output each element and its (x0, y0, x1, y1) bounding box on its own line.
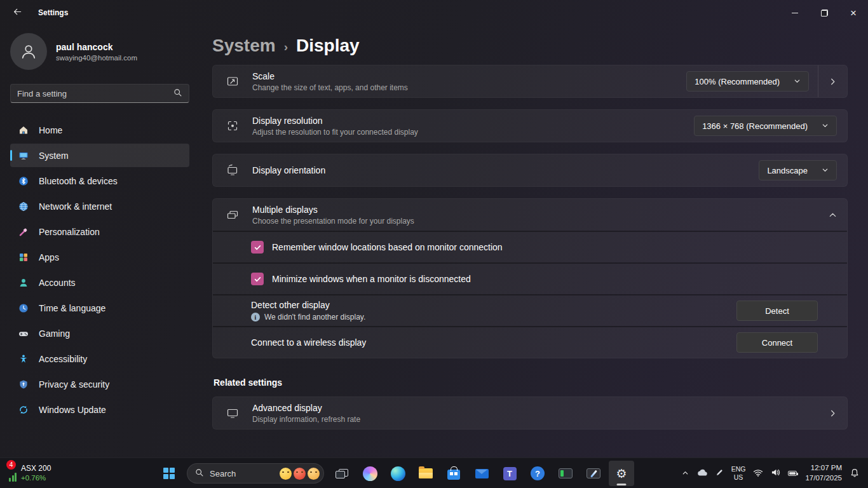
sidebar-item-label: Windows Update (39, 405, 106, 415)
brush-icon (18, 226, 29, 237)
search-label: Search (210, 469, 274, 478)
sidebar-item-system[interactable]: System (10, 144, 189, 167)
onedrive-tray-button[interactable] (693, 461, 712, 486)
advanced-display-row[interactable]: Advanced display Display information, re… (212, 396, 848, 430)
minimize-windows-row[interactable]: Minimize windows when a monitor is disco… (213, 262, 847, 294)
copilot-button[interactable] (357, 461, 383, 486)
home-icon (18, 125, 29, 135)
sidebar-item-personalization[interactable]: Personalization (10, 220, 189, 243)
chevron-down-icon (822, 121, 829, 131)
multiple-displays-card: Multiple displays Choose the presentatio… (212, 198, 848, 358)
sidebar-item-accounts[interactable]: Accounts (10, 271, 189, 294)
taskbar-search-box[interactable]: Search (187, 463, 324, 484)
settings-taskbar-button[interactable]: ⚙ (609, 461, 634, 486)
file-explorer-icon (419, 468, 433, 478)
restore-button[interactable] (810, 0, 839, 25)
search-icon (173, 88, 182, 99)
start-button[interactable] (156, 461, 182, 486)
phone-link-icon (559, 468, 573, 478)
connect-button[interactable]: Connect (736, 332, 818, 353)
sidebar-item-windows-update[interactable]: Windows Update (10, 398, 189, 421)
person-icon (18, 277, 29, 288)
back-button[interactable] (5, 3, 29, 23)
sidebar-item-time-language[interactable]: Time & language (10, 296, 189, 320)
gamepad-icon (18, 328, 29, 339)
close-button[interactable]: × (839, 0, 868, 25)
related-settings-heading: Related settings (214, 377, 848, 388)
minimize-button[interactable] (780, 0, 810, 25)
remember-window-locations-label: Remember window locations based on monit… (272, 242, 503, 252)
pen-app-button[interactable] (581, 461, 606, 486)
sidebar-item-accessibility[interactable]: Accessibility (10, 347, 189, 370)
resolution-dropdown[interactable]: 868 × 488 (Recommended) (694, 116, 837, 136)
emoji-icon (308, 468, 320, 480)
chevron-up-icon[interactable] (818, 211, 847, 219)
language-line1: ENG (731, 465, 746, 473)
wifi-button[interactable] (749, 461, 767, 486)
taskbar: 4 ASX 200 +0.76% Search (0, 458, 868, 488)
remember-window-locations-checkbox[interactable] (251, 241, 264, 254)
hidden-icons-button[interactable] (678, 461, 693, 486)
sidebar-item-apps[interactable]: Apps (10, 245, 189, 269)
volume-button[interactable] (767, 461, 784, 486)
sidebar-item-gaming[interactable]: Gaming (10, 322, 189, 345)
system-tray: ENG US 12:07 PM 17/07/2025 (678, 458, 863, 488)
sidebar-item-label: Home (39, 125, 62, 135)
store-icon (447, 470, 460, 480)
globe-icon (18, 201, 29, 212)
cloud-icon (696, 469, 708, 478)
clock-button[interactable]: 12:07 PM 17/07/2025 (801, 461, 846, 486)
scale-dropdown[interactable]: 100% (Recommended) (686, 71, 809, 92)
screen: Settings × paul hancock swaying40@hotmai… (0, 0, 868, 488)
sidebar-item-network-internet[interactable]: Network & internet (10, 194, 189, 218)
back-arrow-icon (13, 7, 22, 18)
battery-button[interactable] (784, 461, 801, 486)
teams-icon: T (503, 467, 517, 480)
widget-stock-label: ASX 200 (21, 464, 51, 473)
sidebar-item-privacy-security[interactable]: Privacy & security (10, 372, 189, 396)
sidebar-item-bluetooth-devices[interactable]: Bluetooth & devices (10, 169, 189, 193)
outlook-icon (475, 469, 489, 478)
minimize-windows-checkbox[interactable] (251, 273, 264, 285)
outlook-button[interactable] (469, 461, 494, 486)
get-help-button[interactable]: ? (525, 461, 550, 486)
update-arrows-icon (18, 404, 29, 415)
scale-row[interactable]: Scale Change the size of text, apps, and… (212, 65, 848, 98)
apps-grid-icon (18, 252, 29, 262)
sidebar-item-home[interactable]: Home (10, 118, 189, 142)
notification-center-button[interactable] (846, 461, 863, 486)
sidebar-item-label: System (39, 151, 69, 161)
detect-other-display-title: Detect other display (251, 300, 365, 310)
task-view-button[interactable] (329, 461, 355, 486)
advanced-display-subtitle: Display information, refresh rate (252, 415, 818, 424)
multiple-displays-expander[interactable]: Multiple displays Choose the presentatio… (213, 199, 847, 231)
sidebar-item-label: Network & internet (39, 201, 112, 212)
chevron-right-icon[interactable] (818, 78, 847, 86)
advanced-display-title: Advanced display (252, 403, 818, 413)
widget-notification-badge: 4 (6, 460, 16, 470)
resolution-dropdown-value: 868 × 488 (Recommended) (702, 121, 808, 131)
settings-search-input[interactable] (17, 89, 173, 98)
breadcrumb: System › Display (212, 36, 848, 56)
file-explorer-button[interactable] (413, 461, 438, 486)
detect-other-display-row: Detect other display i We didn't find an… (213, 294, 847, 326)
teams-button[interactable]: T (497, 461, 522, 486)
display-resolution-row: Display resolution Adjust the resolution… (212, 109, 848, 142)
wifi-icon (753, 469, 763, 478)
sidebar-item-label: Bluetooth & devices (39, 176, 118, 186)
phone-link-button[interactable] (553, 461, 578, 486)
remember-window-locations-row[interactable]: Remember window locations based on monit… (213, 231, 847, 262)
edge-button[interactable] (385, 461, 410, 486)
profile-card[interactable]: paul hancock swaying40@hotmail.com (10, 30, 189, 78)
edge-icon (391, 466, 405, 481)
emoji-icon (294, 468, 306, 480)
orientation-dropdown[interactable]: Landscape (759, 160, 837, 180)
profile-email: swaying40@hotmail.com (56, 54, 137, 62)
breadcrumb-system[interactable]: System (212, 36, 276, 56)
pen-tray-button[interactable] (712, 461, 728, 486)
detect-button[interactable]: Detect (736, 301, 818, 321)
widgets-button[interactable]: 4 ASX 200 +0.76% (5, 460, 57, 487)
microsoft-store-button[interactable] (441, 461, 466, 486)
language-indicator[interactable]: ENG US (728, 461, 750, 486)
sidebar-item-label: Privacy & security (39, 379, 109, 390)
